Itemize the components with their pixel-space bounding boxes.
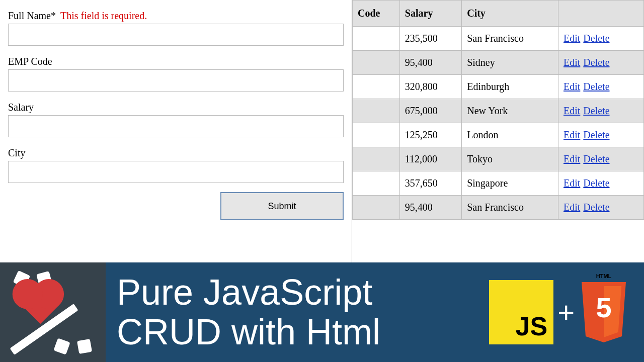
delete-link[interactable]: Delete	[583, 57, 609, 68]
empcode-label: EMP Code	[8, 56, 52, 67]
cell-code	[353, 51, 400, 75]
html5-badge-icon: HTML 5	[579, 282, 629, 342]
fullname-label: Full Name*	[8, 10, 56, 22]
col-code: Code	[353, 1, 400, 27]
col-salary: Salary	[399, 1, 461, 27]
cell-actions: EditDelete	[558, 196, 644, 220]
delete-link[interactable]: Delete	[583, 33, 609, 44]
empcode-input[interactable]	[8, 69, 344, 92]
cell-actions: EditDelete	[558, 99, 644, 123]
cell-city: London	[462, 123, 558, 147]
fullname-input[interactable]	[8, 24, 344, 46]
cell-salary: 675,000	[399, 99, 461, 123]
delete-link[interactable]: Delete	[583, 105, 609, 116]
employee-table: Code Salary City 235,500San FranciscoEdi…	[352, 0, 644, 220]
cell-city: Tokyo	[462, 147, 558, 171]
edit-link[interactable]: Edit	[564, 129, 580, 140]
cell-code	[353, 171, 400, 196]
edit-link[interactable]: Edit	[564, 33, 580, 44]
salary-label: Salary	[8, 102, 34, 113]
table-row: 320,800EdinburghEditDelete	[353, 75, 644, 99]
cell-city: Edinburgh	[462, 75, 558, 99]
banner-logo-icon	[0, 262, 106, 362]
city-input[interactable]	[8, 161, 344, 183]
table-row: 675,000New YorkEditDelete	[353, 99, 644, 123]
cell-city: San Francisco	[462, 196, 558, 220]
table-row: 112,000TokyoEditDelete	[353, 147, 644, 171]
table-row: 125,250LondonEditDelete	[353, 123, 644, 147]
cell-salary: 235,500	[399, 27, 461, 51]
col-city: City	[462, 1, 558, 27]
col-actions	[558, 1, 644, 27]
cell-actions: EditDelete	[558, 51, 644, 75]
delete-link[interactable]: Delete	[583, 81, 609, 92]
table-row: 235,500San FranciscoEditDelete	[353, 27, 644, 51]
cell-salary: 357,650	[399, 171, 461, 196]
banner-badges: JS + HTML 5	[489, 280, 644, 344]
table-row: 357,650SingaporeEditDelete	[353, 171, 644, 196]
submit-button[interactable]: Submit	[220, 192, 344, 220]
cell-salary: 112,000	[399, 147, 461, 171]
cell-city: San Francisco	[462, 27, 558, 51]
title-banner: Pure JavaScript CRUD with Html JS + HTML…	[0, 262, 644, 362]
table-row: 95,400SidneyEditDelete	[353, 51, 644, 75]
plus-icon: +	[557, 298, 575, 327]
cell-actions: EditDelete	[558, 27, 644, 51]
employee-table-panel: Code Salary City 235,500San FranciscoEdi…	[352, 0, 644, 262]
delete-link[interactable]: Delete	[583, 202, 609, 213]
employee-form: Full Name* This field is required. EMP C…	[0, 0, 352, 262]
cell-city: Singapore	[462, 171, 558, 196]
cell-code	[353, 27, 400, 51]
table-row: 95,400San FranciscoEditDelete	[353, 196, 644, 220]
cell-actions: EditDelete	[558, 123, 644, 147]
cell-actions: EditDelete	[558, 171, 644, 196]
edit-link[interactable]: Edit	[564, 202, 580, 213]
cell-code	[353, 123, 400, 147]
cell-actions: EditDelete	[558, 147, 644, 171]
delete-link[interactable]: Delete	[583, 129, 609, 140]
cell-code	[353, 196, 400, 220]
delete-link[interactable]: Delete	[583, 153, 609, 164]
edit-link[interactable]: Edit	[564, 57, 580, 68]
cell-actions: EditDelete	[558, 75, 644, 99]
edit-link[interactable]: Edit	[564, 81, 580, 92]
edit-link[interactable]: Edit	[564, 105, 580, 116]
cell-city: New York	[462, 99, 558, 123]
edit-link[interactable]: Edit	[564, 177, 580, 189]
cell-code	[353, 99, 400, 123]
js-badge-icon: JS	[489, 280, 553, 344]
cell-code	[353, 147, 400, 171]
fullname-error: This field is required.	[60, 10, 147, 21]
cell-salary: 320,800	[399, 75, 461, 99]
cell-salary: 95,400	[399, 51, 461, 75]
city-label: City	[8, 147, 25, 159]
banner-title: Pure JavaScript CRUD with Html	[106, 273, 489, 352]
delete-link[interactable]: Delete	[583, 177, 609, 189]
cell-salary: 95,400	[399, 196, 461, 220]
cell-salary: 125,250	[399, 123, 461, 147]
edit-link[interactable]: Edit	[564, 153, 580, 164]
cell-code	[353, 75, 400, 99]
cell-city: Sidney	[462, 51, 558, 75]
salary-input[interactable]	[8, 115, 344, 137]
